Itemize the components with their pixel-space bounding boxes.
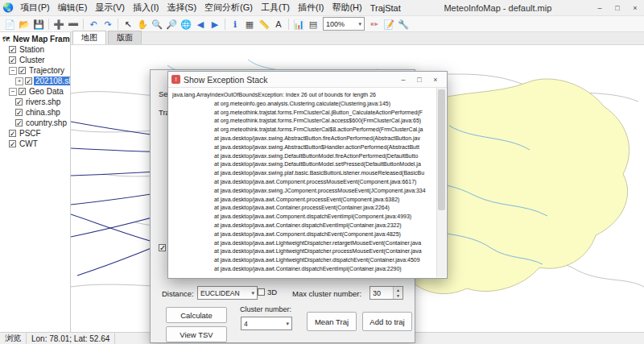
view-tsv-button[interactable]: View TSV xyxy=(166,326,227,342)
menu-item-e[interactable]: 编辑(E) xyxy=(54,2,92,14)
stack-trace[interactable]: java.lang.ArrayIndexOutOfBoundsException… xyxy=(169,88,436,277)
menu-bar: 🌏 项目(P)编辑(E)显示(V)插入(I)选择(S)空间分析(G)工具(T)插… xyxy=(0,0,644,16)
zoom-in-icon[interactable]: 🔍 xyxy=(150,17,164,31)
menu-items: 项目(P)编辑(E)显示(V)插入(I)选择(S)空间分析(G)工具(T)插件(… xyxy=(16,2,405,14)
distance-label: Distance: xyxy=(162,289,194,298)
layer-checkbox[interactable]: ✓ xyxy=(15,98,23,106)
tree-item-cwt[interactable]: ✓CWT xyxy=(0,139,70,149)
menu-item-p[interactable]: 项目(P) xyxy=(16,2,54,14)
tree-item-label: china.shp xyxy=(24,108,62,117)
chevron-down-icon: ▾ xyxy=(286,321,289,327)
window-title: MeteoInfoMap - default.mip xyxy=(405,3,591,13)
layer-checkbox[interactable]: ✓ xyxy=(9,46,16,53)
layer-checkbox[interactable]: ✓ xyxy=(9,130,16,137)
spinner-up-icon[interactable]: ▲ xyxy=(394,287,402,293)
menu-item-i[interactable]: 插入(I) xyxy=(129,2,163,14)
vertical-scrollbar[interactable] xyxy=(436,88,446,277)
expand-icon[interactable]: + xyxy=(15,77,23,85)
view-tabs: 地图 版面 xyxy=(71,32,644,45)
maximize-button[interactable]: □ xyxy=(609,0,626,15)
tree-item-new-map-frame[interactable]: 🗺New Map Frame xyxy=(0,34,70,44)
status-coordinates: Lon: 78.01; Lat: 52.64 xyxy=(27,333,115,344)
menu-item-i[interactable]: 插件(I) xyxy=(294,2,328,14)
tree-item-china-shp[interactable]: ✓china.shp xyxy=(0,107,70,118)
layer-checkbox[interactable]: ✓ xyxy=(9,140,16,147)
pan-icon[interactable]: ✋ xyxy=(135,17,150,31)
mean-traj-button[interactable]: Mean Traj xyxy=(307,312,357,331)
tab-map[interactable]: 地图 xyxy=(72,31,106,44)
tree-item-station[interactable]: ✓Station xyxy=(0,44,70,55)
calculate-button[interactable]: Calculate xyxy=(166,307,227,323)
zoom-out-icon[interactable]: 🔎 xyxy=(164,17,179,31)
checkbox-3d[interactable]: 3D xyxy=(258,288,277,296)
tree-item-cluster[interactable]: ✓Cluster xyxy=(0,55,70,65)
remove-layer-icon[interactable]: ➖ xyxy=(66,17,80,31)
exception-dialog-titlebar[interactable]: ! Show Exception Stack – □ × xyxy=(168,72,447,88)
tree-item-trajectory[interactable]: −✓Trajectory xyxy=(0,65,70,76)
full-extent-icon[interactable]: 🌐 xyxy=(179,17,193,31)
chart-icon[interactable]: 📊 xyxy=(291,17,306,31)
cluster-dialog-checkbox[interactable]: ✓ xyxy=(159,244,166,251)
layer-checkbox[interactable]: ✓ xyxy=(25,77,32,85)
script-console-icon[interactable]: 📝 xyxy=(382,17,396,31)
toolbar: 📄📂💾➕➖↶↷↖✋🔍🔎🌐◀▶ℹ▦📏A📊▤100%▾✏📝🔧 xyxy=(0,16,644,32)
scrollbar-thumb[interactable] xyxy=(438,89,445,210)
select-arrow-icon[interactable]: ↖ xyxy=(121,17,135,31)
tree-item-geo-data[interactable]: −✓Geo Data xyxy=(0,86,70,97)
layer-checkbox[interactable]: ✓ xyxy=(19,88,26,95)
dialog-close-button[interactable]: × xyxy=(427,73,444,86)
stack-line: at java.desktop/javax.swing.DefaultButto… xyxy=(172,160,435,169)
spinner-down-icon[interactable]: ▼ xyxy=(394,293,402,300)
save-icon[interactable]: 💾 xyxy=(31,17,46,31)
zoom-level-combo[interactable]: 100%▾ xyxy=(323,17,365,31)
stack-line: java.lang.ArrayIndexOutOfBoundsException… xyxy=(172,91,435,100)
max-cluster-spinner[interactable]: 30 ▲ ▼ xyxy=(369,286,403,300)
label-icon[interactable]: A xyxy=(271,17,286,31)
max-cluster-value: 30 xyxy=(370,287,393,299)
layer-checkbox[interactable]: ✓ xyxy=(9,56,16,64)
add-layer-icon[interactable]: ➕ xyxy=(52,17,66,31)
layer-checkbox[interactable]: ✓ xyxy=(15,109,23,116)
layer-checkbox[interactable]: ✓ xyxy=(15,119,23,126)
tree-item-pscf[interactable]: ✓PSCF xyxy=(0,128,70,139)
close-button[interactable]: × xyxy=(626,0,644,15)
new-file-icon[interactable]: 📄 xyxy=(2,17,17,31)
tab-layout[interactable]: 版面 xyxy=(108,31,142,44)
zoom-previous-icon[interactable]: ◀ xyxy=(193,17,208,31)
cluster-number-combo[interactable]: 4 ▾ xyxy=(241,317,292,330)
settings-icon[interactable]: 🔧 xyxy=(396,17,411,31)
open-project-icon[interactable]: 📂 xyxy=(17,17,31,31)
menu-item-v[interactable]: 显示(V) xyxy=(91,2,129,14)
collapse-icon[interactable]: − xyxy=(9,67,17,75)
tree-item-rivers-shp[interactable]: ✓rivers.shp xyxy=(0,97,70,107)
layers-sidebar: 🗺New Map Frame✓Station✓Cluster−✓Trajecto… xyxy=(0,32,71,332)
dialog-maximize-button[interactable]: □ xyxy=(411,73,427,86)
stack-line: at java.desktop/javax.swing.DefaultButto… xyxy=(172,152,435,161)
menu-item-trajstat[interactable]: TrajStat xyxy=(366,3,405,13)
tree-item-country-shp[interactable]: ✓country.shp xyxy=(0,118,70,128)
tree-item-label: 202108.shp xyxy=(34,77,71,85)
stack-line: at java.desktop/java.awt.Component.dispa… xyxy=(172,213,435,222)
redo-icon[interactable]: ↷ xyxy=(101,17,115,31)
collapse-icon[interactable]: − xyxy=(9,88,17,96)
menu-item-g[interactable]: 空间分析(G) xyxy=(200,2,257,14)
edit-icon[interactable]: ✏ xyxy=(367,17,382,31)
add-to-traj-button[interactable]: Add to traj xyxy=(362,312,412,331)
attribute-table-icon[interactable]: ▤ xyxy=(306,17,320,31)
menu-item-s[interactable]: 选择(S) xyxy=(163,2,200,14)
cluster-number-label: Cluster number: xyxy=(240,305,291,313)
tree-item-202108-shp[interactable]: +✓202108.shp xyxy=(0,76,70,86)
checkbox-3d-box[interactable] xyxy=(258,288,265,296)
select-features-icon[interactable]: ▦ xyxy=(242,17,257,31)
dialog-minimize-button[interactable]: – xyxy=(395,73,411,86)
measure-icon[interactable]: 📏 xyxy=(257,17,271,31)
identify-icon[interactable]: ℹ xyxy=(228,17,242,31)
menu-item-t[interactable]: 工具(T) xyxy=(257,2,294,14)
minimize-button[interactable]: – xyxy=(591,0,609,15)
zoom-next-icon[interactable]: ▶ xyxy=(208,17,222,31)
stack-line: at java.desktop/java.awt.Container.proce… xyxy=(172,204,435,213)
menu-item-h[interactable]: 帮助(H) xyxy=(328,2,365,14)
undo-icon[interactable]: ↶ xyxy=(86,17,101,31)
layer-checkbox[interactable]: ✓ xyxy=(19,67,26,74)
distance-combo[interactable]: EUCLIDEAN ▾ xyxy=(197,286,258,300)
